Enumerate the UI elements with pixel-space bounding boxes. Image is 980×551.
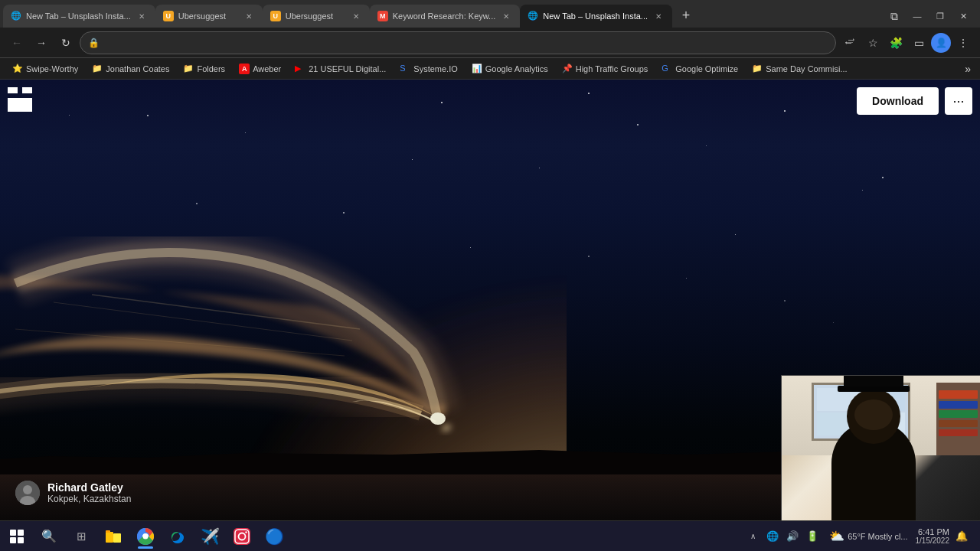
title-bar: 🌐 New Tab – Unsplash Insta... ✕ U Ubersu… <box>0 0 980 28</box>
notification-icon[interactable]: 🔔 <box>952 527 971 546</box>
svg-rect-7 <box>8 87 18 93</box>
tab-close-1[interactable]: ✕ <box>136 10 148 22</box>
taskbar-instagram[interactable] <box>227 523 257 550</box>
more-options-icon: ··· <box>952 93 964 109</box>
bookmarks-more-button[interactable]: » <box>962 61 974 77</box>
bookmark-jonathan-coates[interactable]: 📁 Jonathan Coates <box>86 61 175 77</box>
bookmark-21-useful[interactable]: ▶ 21 USEFUL Digital... <box>289 61 392 77</box>
bookmark-google-optimize[interactable]: G Google Optimize <box>655 61 744 77</box>
tab-close-2[interactable]: ✕ <box>243 10 255 22</box>
cascade-button[interactable]: ⧉ <box>884 8 905 24</box>
toolbar: ← → ↻ 🔒 ☆ 🧩 ▭ 👤 ⋮ <box>0 28 980 58</box>
more-options-button[interactable]: ··· <box>945 87 972 115</box>
bookshelf <box>936 383 980 455</box>
toolbar-icons: ☆ 🧩 ▭ 👤 ⋮ <box>839 32 974 54</box>
svg-point-18 <box>143 533 149 539</box>
bookmark-systeme[interactable]: S Systeme.IO <box>394 61 463 77</box>
start-button[interactable] <box>3 523 31 550</box>
taskbar-task-view[interactable]: ⊞ <box>66 523 96 550</box>
bookmarks-bar: ⭐ Swipe-Worthy 📁 Jonathan Coates 📁 Folde… <box>0 58 980 80</box>
tab-close-3[interactable]: ✕ <box>350 10 362 22</box>
window-controls: ⧉ — ❐ ✕ <box>884 8 980 28</box>
photographer-location: Kokpek, Kazakhstan <box>47 494 131 504</box>
taskbar-app-blue[interactable]: 🔵 <box>259 523 289 550</box>
bookmark-google-analytics[interactable]: 📊 Google Analytics <box>466 61 554 77</box>
taskbar-right: ∧ 🌐 🔊 🔋 ⛅ 65°F Mostly cl... 6:41 PM 1/15… <box>743 527 977 546</box>
reload-button[interactable]: ↻ <box>55 32 77 54</box>
start-square-3 <box>10 537 16 543</box>
share-icon[interactable] <box>839 32 861 54</box>
tab-close-4[interactable]: ✕ <box>500 10 512 22</box>
profile-icon[interactable]: 👤 <box>931 33 951 53</box>
tab-5-active[interactable]: 🌐 New Tab – Unsplash Insta... ✕ <box>520 5 672 28</box>
tray-expand-icon[interactable]: ∧ <box>743 527 762 546</box>
extensions-icon[interactable]: 🧩 <box>885 32 906 54</box>
taskbar-file-explorer[interactable] <box>98 523 129 550</box>
start-square-2 <box>18 530 24 536</box>
svg-point-3 <box>430 412 446 425</box>
bookmark-label-9: Google Optimize <box>675 64 738 73</box>
weather-icon: ⛅ <box>829 529 844 543</box>
bookmark-label-4: Aweber <box>253 64 281 73</box>
rocket-trail-svg <box>0 138 567 459</box>
close-button[interactable]: ✕ <box>952 8 974 24</box>
tab-title-4: Keyword Research: Keyw... <box>393 11 496 21</box>
taskbar-telegram[interactable]: ✈️ <box>194 523 225 550</box>
taskbar-clock[interactable]: 6:41 PM 1/15/2022 <box>916 527 950 545</box>
download-button[interactable]: Download <box>857 87 939 115</box>
taskbar-search[interactable]: 🔍 <box>34 523 64 550</box>
maximize-button[interactable]: ❐ <box>929 8 951 24</box>
bookmark-folders[interactable]: 📁 Folders <box>177 61 231 77</box>
bookmark-favicon-8: 📌 <box>562 64 573 74</box>
security-icon: 🔒 <box>88 37 100 48</box>
svg-rect-8 <box>8 98 32 112</box>
bookmark-swipe-worthy[interactable]: ⭐ Swipe-Worthy <box>6 61 84 77</box>
bookmark-aweber[interactable]: A Aweber <box>233 61 287 77</box>
tab-title-3: Ubersuggest <box>286 11 345 21</box>
bookmark-label-5: 21 USEFUL Digital... <box>309 64 386 73</box>
photographer-avatar[interactable] <box>15 481 40 505</box>
forward-button[interactable]: → <box>31 32 52 54</box>
bookmark-icon[interactable]: ☆ <box>862 32 884 54</box>
face-skin <box>854 399 893 430</box>
back-button[interactable]: ← <box>6 32 28 54</box>
tab-3[interactable]: U Ubersuggest ✕ <box>263 5 370 28</box>
browser-frame: 🌐 New Tab – Unsplash Insta... ✕ U Ubersu… <box>0 0 980 551</box>
tab-2[interactable]: U Ubersuggest ✕ <box>155 5 263 28</box>
svg-rect-14 <box>106 530 110 533</box>
address-bar[interactable]: 🔒 <box>80 31 836 54</box>
sidebar-icon[interactable]: ▭ <box>908 32 929 54</box>
bookmark-label-10: Same Day Commisi... <box>766 64 847 73</box>
bookmark-label-3: Folders <box>197 64 225 73</box>
settings-icon[interactable]: ⋮ <box>952 32 974 54</box>
minimize-button[interactable]: — <box>906 8 928 24</box>
svg-rect-15 <box>113 533 121 543</box>
hat-top <box>844 375 903 386</box>
start-square-4 <box>18 537 24 543</box>
battery-icon[interactable]: 🔋 <box>803 527 822 546</box>
top-actions: Download ··· <box>857 87 972 115</box>
start-square-1 <box>10 530 16 536</box>
tab-favicon-2: U <box>163 11 174 21</box>
tab-4[interactable]: M Keyword Research: Keyw... ✕ <box>370 5 521 28</box>
bookmark-high-traffic[interactable]: 📌 High Traffic Groups <box>556 61 655 77</box>
svg-point-21 <box>245 531 247 533</box>
tab-close-5[interactable]: ✕ <box>652 10 665 22</box>
unsplash-logo[interactable] <box>8 87 32 116</box>
webcam-feed <box>782 376 980 520</box>
address-input[interactable] <box>104 37 828 48</box>
tabs-area: 🌐 New Tab – Unsplash Insta... ✕ U Ubersu… <box>0 0 884 28</box>
taskbar-weather[interactable]: ⛅ 65°F Mostly cl... <box>825 529 912 543</box>
new-tab-button[interactable]: + <box>675 5 697 26</box>
taskbar-edge[interactable] <box>162 523 193 550</box>
taskbar-chrome[interactable] <box>130 523 161 550</box>
tab-1[interactable]: 🌐 New Tab – Unsplash Insta... ✕ <box>3 5 155 28</box>
bookmark-favicon-7: 📊 <box>472 64 482 74</box>
photographer-name[interactable]: Richard Gatley <box>47 481 131 494</box>
bookmark-favicon-4: A <box>239 64 250 74</box>
taskbar-apps: 🔍 ⊞ <box>31 523 743 550</box>
taskbar-date-display: 1/15/2022 <box>916 536 950 545</box>
bookmark-same-day[interactable]: 📁 Same Day Commisi... <box>746 61 853 77</box>
network-icon[interactable]: 🌐 <box>763 527 782 546</box>
volume-icon[interactable]: 🔊 <box>783 527 802 546</box>
